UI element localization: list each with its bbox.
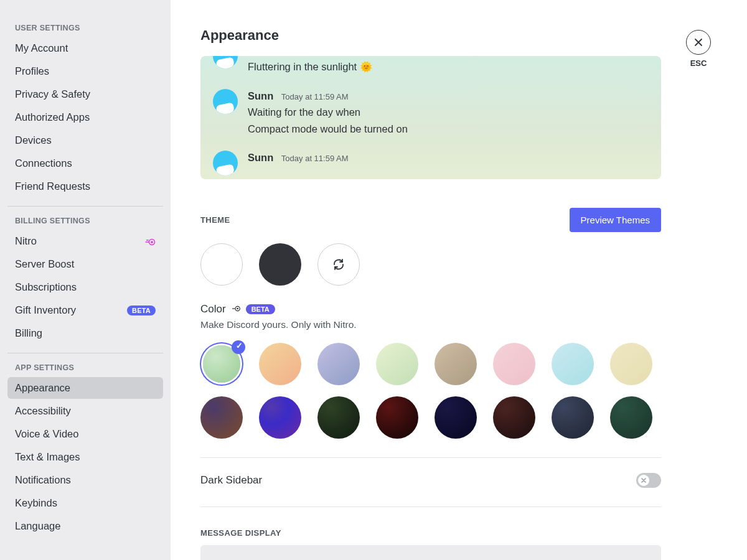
beta-badge: BETA: [127, 306, 156, 315]
color-swatch[interactable]: [493, 396, 535, 439]
sidebar-item-appearance[interactable]: Appearance: [7, 377, 163, 399]
message-username: Sunn: [248, 90, 273, 101]
sidebar-item-label: Notifications: [15, 474, 71, 486]
sidebar-item-label: Friend Requests: [15, 180, 90, 192]
sidebar-item-voice-video[interactable]: Voice & Video: [7, 423, 163, 445]
message-display-box: [200, 545, 661, 560]
color-swatch[interactable]: [552, 343, 594, 385]
sidebar-divider: [7, 206, 163, 207]
dark-sidebar-row: Dark Sidebar: [200, 473, 661, 488]
color-swatch[interactable]: [552, 396, 594, 439]
sidebar-item-label: Keybinds: [15, 497, 57, 509]
message-text: Compact mode would be turned on: [248, 121, 408, 137]
color-swatch[interactable]: [317, 396, 360, 439]
x-icon: [641, 477, 647, 483]
preview-themes-button[interactable]: Preview Themes: [570, 208, 661, 232]
divider: [200, 506, 661, 507]
message-text: Waiting for the day when: [248, 104, 408, 120]
section-header-billing: BILLING SETTINGS: [7, 217, 163, 230]
theme-section-title: THEME: [200, 215, 230, 225]
sidebar-item-label: Nitro: [15, 235, 37, 247]
sidebar-item-label: Devices: [15, 134, 52, 146]
nitro-icon: [144, 237, 156, 246]
color-swatch[interactable]: [259, 343, 301, 385]
sidebar-item-my-account[interactable]: My Account: [7, 37, 163, 59]
color-label: Color: [200, 303, 226, 315]
preview-message: Look at me I'm a beautiful butterfly Flu…: [200, 56, 661, 82]
sidebar-divider: [7, 353, 163, 353]
settings-sidebar: USER SETTINGS My Account Profiles Privac…: [0, 0, 171, 560]
page-title: Appearance: [200, 27, 717, 44]
sidebar-item-billing[interactable]: Billing: [7, 322, 163, 344]
theme-options: [200, 243, 717, 286]
close-icon: [693, 37, 703, 47]
sync-icon: [331, 257, 346, 272]
color-swatch[interactable]: [317, 343, 360, 385]
color-swatch[interactable]: [200, 396, 243, 439]
dark-sidebar-toggle[interactable]: [636, 473, 661, 488]
sidebar-item-label: Billing: [15, 327, 42, 339]
sidebar-item-keybinds[interactable]: Keybinds: [7, 492, 163, 514]
theme-light[interactable]: [200, 243, 243, 286]
color-swatch-grid: [200, 343, 661, 439]
sidebar-item-nitro[interactable]: Nitro: [7, 230, 163, 252]
sidebar-item-privacy[interactable]: Privacy & Safety: [7, 83, 163, 105]
sidebar-item-label: Privacy & Safety: [15, 88, 90, 100]
sidebar-item-gift-inventory[interactable]: Gift Inventory BETA: [7, 299, 163, 321]
color-swatch[interactable]: [376, 343, 418, 385]
sidebar-item-label: My Account: [15, 42, 68, 54]
sidebar-item-server-boost[interactable]: Server Boost: [7, 253, 163, 275]
message-text: Fluttering in the sunlight 🌞: [248, 58, 405, 75]
close-button[interactable]: [686, 30, 711, 55]
section-header-user: USER SETTINGS: [7, 24, 163, 37]
svg-point-3: [237, 308, 238, 310]
sidebar-item-label: Gift Inventory: [15, 304, 76, 316]
sidebar-item-authorized-apps[interactable]: Authorized Apps: [7, 106, 163, 128]
sidebar-item-language[interactable]: Language: [7, 515, 163, 537]
close-container: ESC: [686, 30, 711, 68]
main-content: ESC Appearance Look at me I'm a beautifu…: [171, 0, 747, 560]
sidebar-item-label: Profiles: [15, 65, 49, 77]
sidebar-item-accessibility[interactable]: Accessibility: [7, 400, 163, 422]
preview-message: Sunn Today at 11:59 AM Waiting for the d…: [200, 82, 661, 143]
color-swatch[interactable]: [376, 396, 418, 439]
message-timestamp: Today at 11:59 AM: [281, 154, 349, 163]
avatar: [213, 89, 238, 114]
color-description: Make Discord yours. Only with Nitro.: [200, 319, 717, 330]
sidebar-item-profiles[interactable]: Profiles: [7, 60, 163, 82]
sidebar-item-label: Subscriptions: [15, 281, 77, 293]
color-swatch[interactable]: [435, 343, 477, 385]
sidebar-item-text-images[interactable]: Text & Images: [7, 446, 163, 468]
message-username: Sunn: [248, 152, 273, 163]
theme-header-row: THEME Preview Themes: [200, 208, 661, 232]
sidebar-item-label: Authorized Apps: [15, 111, 90, 123]
svg-point-1: [151, 241, 153, 243]
color-swatch[interactable]: [610, 396, 652, 439]
toggle-knob: [638, 475, 649, 486]
sidebar-item-notifications[interactable]: Notifications: [7, 469, 163, 491]
chat-preview: Look at me I'm a beautiful butterfly Flu…: [200, 56, 661, 179]
sidebar-item-label: Connections: [15, 157, 72, 169]
color-swatch[interactable]: [203, 345, 240, 383]
color-swatch[interactable]: [610, 343, 652, 385]
message-timestamp: Today at 11:59 AM: [281, 92, 349, 101]
section-header-app: APP SETTINGS: [7, 363, 163, 377]
color-swatch[interactable]: [493, 343, 535, 385]
sidebar-item-devices[interactable]: Devices: [7, 129, 163, 151]
sidebar-item-connections[interactable]: Connections: [7, 152, 163, 174]
sidebar-item-label: Server Boost: [15, 258, 74, 270]
sidebar-item-friend-requests[interactable]: Friend Requests: [7, 175, 163, 197]
sidebar-item-subscriptions[interactable]: Subscriptions: [7, 276, 163, 298]
divider: [200, 457, 661, 458]
color-swatch[interactable]: [435, 396, 477, 439]
theme-dark[interactable]: [259, 243, 301, 286]
close-label: ESC: [686, 58, 711, 68]
beta-badge: BETA: [246, 304, 275, 314]
dark-sidebar-label: Dark Sidebar: [200, 474, 262, 487]
sidebar-item-label: Text & Images: [15, 451, 80, 463]
color-swatch[interactable]: [259, 396, 301, 439]
nitro-small-icon: [231, 304, 241, 315]
sidebar-item-label: Language: [15, 520, 60, 532]
message-display-section-title: MESSAGE DISPLAY: [200, 528, 717, 538]
theme-sync[interactable]: [317, 243, 360, 286]
